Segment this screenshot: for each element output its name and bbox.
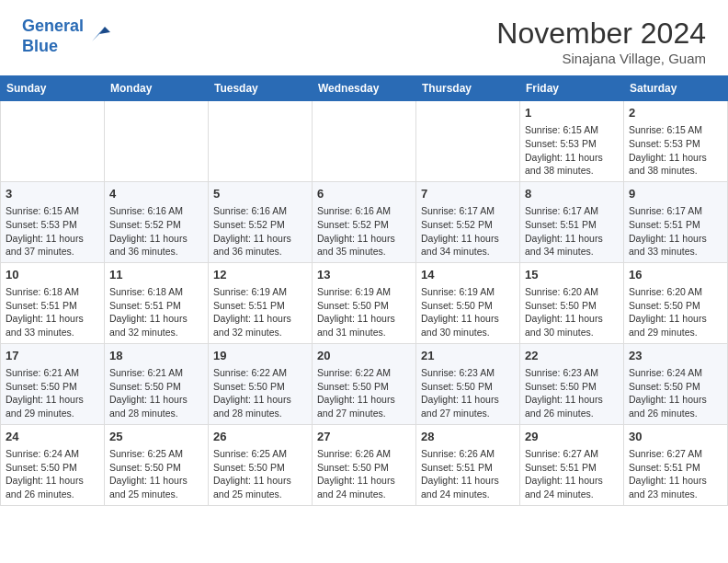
day-info: Daylight: 11 hours (525, 312, 619, 326)
calendar-cell: 6Sunrise: 6:16 AMSunset: 5:52 PMDaylight… (313, 181, 416, 262)
day-info: Sunset: 5:50 PM (317, 380, 411, 394)
day-number: 18 (109, 348, 203, 364)
day-info: Sunrise: 6:16 AM (213, 204, 307, 218)
day-info: and 37 minutes. (6, 245, 99, 259)
day-info: Daylight: 11 hours (629, 474, 722, 488)
day-info: Sunset: 5:51 PM (421, 461, 515, 475)
day-info: Sunrise: 6:17 AM (629, 204, 722, 218)
day-info: Sunrise: 6:26 AM (421, 447, 515, 461)
day-info: Daylight: 11 hours (421, 232, 515, 246)
day-number: 6 (317, 186, 411, 202)
calendar-cell: 28Sunrise: 6:26 AMSunset: 5:51 PMDayligh… (416, 424, 520, 505)
day-info: Daylight: 11 hours (525, 232, 619, 246)
day-info: and 24 minutes. (525, 488, 619, 501)
day-info: and 29 minutes. (6, 407, 99, 420)
day-info: Sunrise: 6:22 AM (213, 366, 307, 380)
day-info: Sunset: 5:50 PM (213, 380, 307, 394)
calendar-cell: 19Sunrise: 6:22 AMSunset: 5:50 PMDayligh… (209, 343, 313, 424)
month-title: November 2024 (496, 17, 706, 51)
day-info: and 26 minutes. (629, 407, 722, 420)
logo: GeneralBlue (22, 17, 114, 56)
day-info: Sunset: 5:50 PM (109, 380, 203, 394)
day-info: and 34 minutes. (421, 245, 515, 259)
day-info: Sunrise: 6:15 AM (6, 204, 99, 218)
day-info: Sunset: 5:52 PM (317, 218, 411, 232)
weekday-header-tuesday: Tuesday (209, 76, 313, 101)
day-info: Sunrise: 6:19 AM (317, 285, 411, 299)
day-number: 15 (525, 267, 619, 283)
day-info: Daylight: 11 hours (629, 393, 722, 407)
calendar-cell: 20Sunrise: 6:22 AMSunset: 5:50 PMDayligh… (313, 343, 416, 424)
day-info: Sunset: 5:53 PM (629, 137, 722, 151)
day-info: Sunset: 5:50 PM (629, 380, 722, 394)
day-info: Daylight: 11 hours (213, 232, 307, 246)
calendar-cell (105, 101, 209, 182)
day-number: 27 (317, 429, 411, 445)
calendar-cell: 13Sunrise: 6:19 AMSunset: 5:50 PMDayligh… (313, 262, 416, 343)
day-number: 19 (213, 348, 307, 364)
title-area: November 2024 Sinajana Village, Guam (496, 17, 706, 66)
day-number: 2 (629, 105, 722, 121)
calendar-cell: 30Sunrise: 6:27 AMSunset: 5:51 PMDayligh… (624, 424, 728, 505)
day-info: Sunrise: 6:25 AM (213, 447, 307, 461)
day-info: and 29 minutes. (629, 326, 722, 339)
day-info: Daylight: 11 hours (317, 393, 411, 407)
calendar-cell: 17Sunrise: 6:21 AMSunset: 5:50 PMDayligh… (1, 343, 105, 424)
calendar-cell: 27Sunrise: 6:26 AMSunset: 5:50 PMDayligh… (313, 424, 416, 505)
day-info: Daylight: 11 hours (525, 393, 619, 407)
day-info: Daylight: 11 hours (317, 312, 411, 326)
calendar-table: SundayMondayTuesdayWednesdayThursdayFrid… (0, 75, 728, 506)
weekday-header-saturday: Saturday (624, 76, 728, 101)
day-info: Sunrise: 6:15 AM (525, 123, 619, 137)
day-info: Sunset: 5:50 PM (629, 299, 722, 313)
day-info: and 26 minutes. (525, 407, 619, 420)
day-info: Daylight: 11 hours (6, 474, 99, 488)
day-info: Daylight: 11 hours (6, 232, 99, 246)
day-info: Daylight: 11 hours (109, 393, 203, 407)
calendar-cell (209, 101, 313, 182)
weekday-header-sunday: Sunday (1, 76, 105, 101)
day-number: 22 (525, 348, 619, 364)
day-info: Daylight: 11 hours (629, 312, 722, 326)
day-info: Daylight: 11 hours (109, 312, 203, 326)
svg-marker-1 (99, 27, 110, 34)
day-info: Sunrise: 6:25 AM (109, 447, 203, 461)
calendar-cell: 4Sunrise: 6:16 AMSunset: 5:52 PMDaylight… (105, 181, 209, 262)
day-info: Sunrise: 6:16 AM (317, 204, 411, 218)
calendar-cell: 24Sunrise: 6:24 AMSunset: 5:50 PMDayligh… (1, 424, 105, 505)
day-info: and 36 minutes. (213, 245, 307, 259)
day-number: 3 (6, 186, 99, 202)
day-number: 14 (421, 267, 515, 283)
calendar-cell: 9Sunrise: 6:17 AMSunset: 5:51 PMDaylight… (624, 181, 728, 262)
day-info: Sunset: 5:51 PM (525, 218, 619, 232)
calendar-cell: 18Sunrise: 6:21 AMSunset: 5:50 PMDayligh… (105, 343, 209, 424)
day-number: 13 (317, 267, 411, 283)
calendar-week-1: 1Sunrise: 6:15 AMSunset: 5:53 PMDaylight… (1, 101, 728, 182)
day-info: Daylight: 11 hours (6, 312, 99, 326)
day-info: and 24 minutes. (317, 488, 411, 501)
calendar-cell (313, 101, 416, 182)
day-info: and 34 minutes. (525, 245, 619, 259)
day-info: and 32 minutes. (109, 326, 203, 339)
day-info: and 25 minutes. (109, 488, 203, 501)
day-info: Daylight: 11 hours (629, 151, 722, 165)
day-info: Sunset: 5:52 PM (213, 218, 307, 232)
calendar-cell: 2Sunrise: 6:15 AMSunset: 5:53 PMDaylight… (624, 101, 728, 182)
day-number: 11 (109, 267, 203, 283)
day-info: and 33 minutes. (629, 245, 722, 259)
calendar-cell: 14Sunrise: 6:19 AMSunset: 5:50 PMDayligh… (416, 262, 520, 343)
weekday-header-wednesday: Wednesday (313, 76, 416, 101)
day-info: Sunset: 5:50 PM (6, 380, 99, 394)
day-info: Sunrise: 6:17 AM (525, 204, 619, 218)
day-info: Sunset: 5:51 PM (109, 299, 203, 313)
calendar-cell: 12Sunrise: 6:19 AMSunset: 5:51 PMDayligh… (209, 262, 313, 343)
day-info: Sunset: 5:50 PM (525, 380, 619, 394)
calendar-cell: 10Sunrise: 6:18 AMSunset: 5:51 PMDayligh… (1, 262, 105, 343)
day-info: Daylight: 11 hours (421, 474, 515, 488)
day-info: Sunset: 5:51 PM (6, 299, 99, 313)
day-number: 17 (6, 348, 99, 364)
day-info: Sunset: 5:50 PM (109, 461, 203, 475)
calendar-week-4: 17Sunrise: 6:21 AMSunset: 5:50 PMDayligh… (1, 343, 728, 424)
day-number: 28 (421, 429, 515, 445)
calendar-cell: 22Sunrise: 6:23 AMSunset: 5:50 PMDayligh… (520, 343, 624, 424)
